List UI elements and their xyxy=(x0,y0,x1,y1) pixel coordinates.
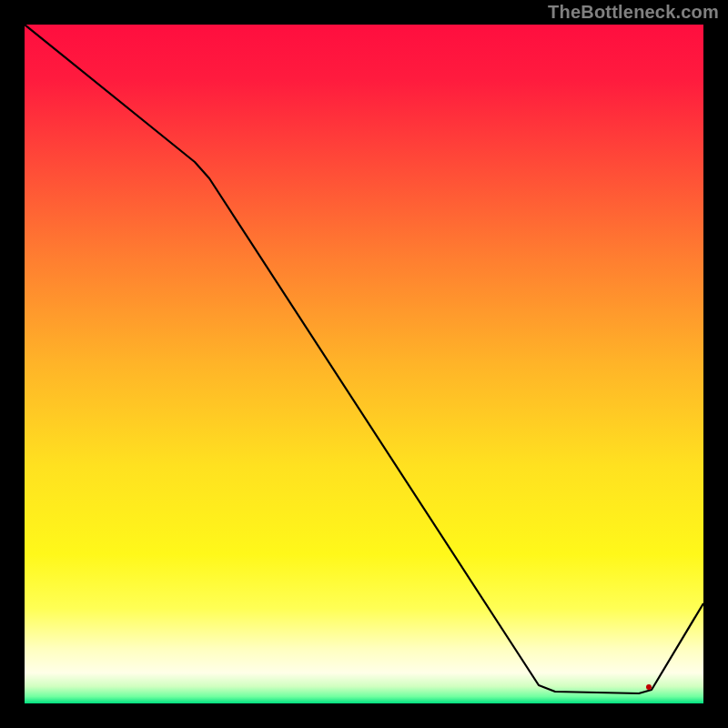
highlight-dot-icon xyxy=(646,684,652,690)
chart-container: TheBottleneck.com xyxy=(0,0,728,728)
chart-plot-bg xyxy=(25,25,703,703)
chart-svg xyxy=(0,0,728,728)
watermark-text: TheBottleneck.com xyxy=(548,2,719,23)
